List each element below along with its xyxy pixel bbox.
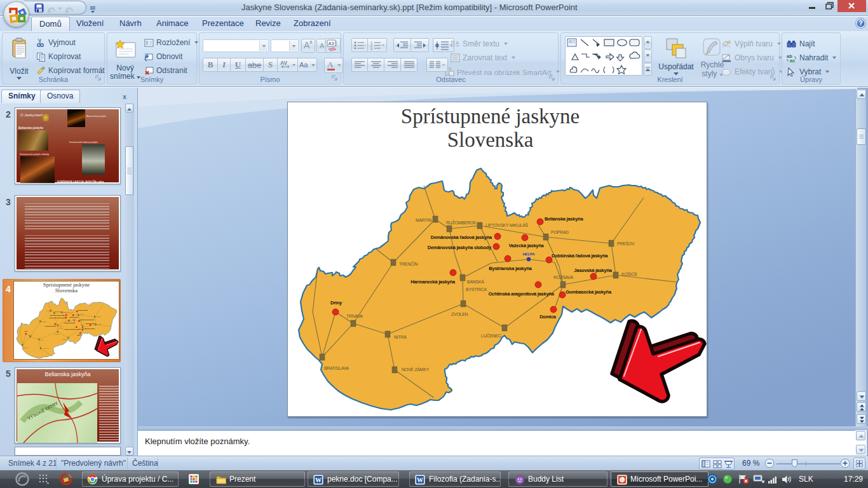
svg-text:AV: AV <box>280 60 288 66</box>
svg-text:A3: A3 <box>329 41 334 46</box>
svg-text:A: A <box>456 40 459 46</box>
svg-text:3: 3 <box>370 47 372 50</box>
svg-text:ac: ac <box>790 58 795 62</box>
svg-text:W: W <box>417 477 423 484</box>
svg-text:W: W <box>315 477 322 484</box>
svg-text:Aa: Aa <box>299 61 308 69</box>
svg-text:A: A <box>327 60 334 69</box>
